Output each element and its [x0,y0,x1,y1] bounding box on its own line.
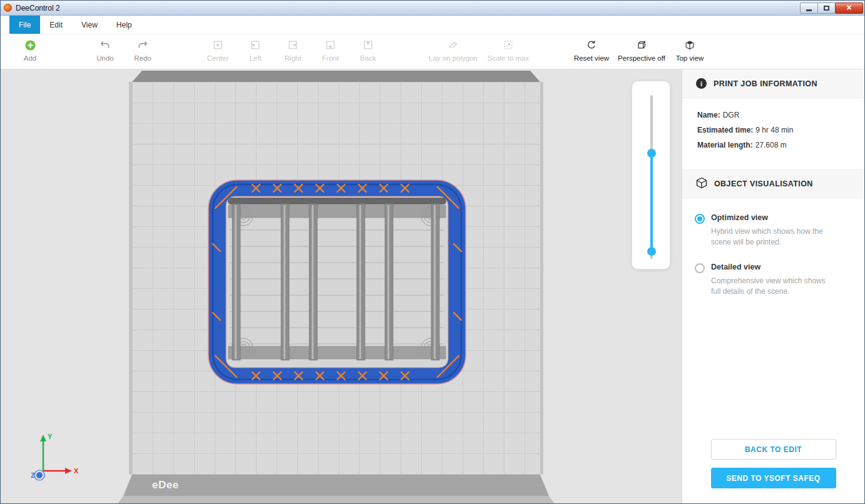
viewport-3d[interactable]: eDee [1,69,682,503]
slider-lower-handle[interactable] [647,247,656,256]
side-panel: i PRINT JOB INFORMATION Name:DGR Estimat… [682,69,864,503]
print-job-fields: Name:DGR Estimated time:9 hr 48 min Mate… [682,98,864,169]
print-bed-right-edge [540,82,543,475]
panel-buttons: BACK TO EDIT SEND TO YSOFT SAFEQ [682,439,864,503]
menu-edit[interactable]: Edit [40,16,72,34]
bed-brand-label: eDee [152,479,179,491]
toolbar-label: Top view [676,54,704,62]
app-icon [4,4,12,12]
toolbar-item-right: Right [274,39,312,62]
close-button[interactable]: × [835,3,863,14]
print-job-info-header: i PRINT JOB INFORMATION [682,69,864,98]
reset-view-icon [586,39,597,51]
toolbar: Add Undo Redo Center Left [1,34,864,69]
toolbar-item-redo[interactable]: Redo [124,39,161,62]
toolbar-item-scale-to-max: Scale to max [482,39,535,62]
object-visualisation-header: OBJECT VISUALISATION [682,169,864,198]
field-estimated-time: Estimated time:9 hr 48 min [697,126,849,134]
undo-arrow-icon [100,39,111,51]
field-value: 9 hr 48 min [755,126,793,134]
scale-to-max-icon [503,39,514,51]
toolbar-item-center: Center [199,39,237,62]
titlebar[interactable]: DeeControl 2 × [1,1,864,16]
toolbar-item-left: Left [237,39,274,62]
toolbar-item-top-view[interactable]: Top view [670,39,710,62]
toolbar-item-front: Front [312,39,349,62]
toolbar-label: Back [360,54,376,62]
field-label: Name: [697,111,720,119]
slider-selected-range [650,153,653,251]
redo-arrow-icon [137,39,148,51]
print-bed-front-bar: eDee [123,475,549,496]
back-to-edit-button[interactable]: BACK TO EDIT [711,439,836,460]
toolbar-label: Lay on polygon [429,54,478,62]
toolbar-item-reset-view[interactable]: Reset view [570,39,613,62]
axis-z-label: Z [31,471,35,479]
minimize-icon [806,9,812,11]
option-detailed-view[interactable]: Detailed view Comprehensive view which s… [695,263,852,297]
menu-help[interactable]: Help [107,16,141,34]
menu-view[interactable]: View [72,16,107,34]
option-label: Optimized view [711,213,836,222]
slider-upper-handle[interactable] [647,149,656,158]
cube-icon [696,177,707,191]
toolbar-label: Reset view [574,54,609,62]
window-controls: × [801,3,863,14]
app-window: DeeControl 2 × File Edit View Help Add U… [0,0,865,504]
toolbar-label: Right [285,54,302,62]
object-visualisation-title: OBJECT VISUALISATION [714,179,813,188]
option-label: Detailed view [711,263,836,271]
layer-range-slider[interactable] [632,81,670,270]
maximize-icon [824,6,829,11]
align-back-icon [362,39,374,51]
lay-on-polygon-icon [448,39,459,51]
axes-gizmo: Y X Z [31,431,81,486]
top-view-cube-icon [684,39,695,51]
align-front-icon [325,39,336,51]
toolbar-label: Scale to max [488,54,529,62]
print-bed-left-edge [129,82,132,475]
menu-file[interactable]: File [9,16,40,34]
toolbar-label: Left [249,54,261,62]
toolbar-item-lay-on-polygon: Lay on polygon [424,39,482,62]
toolbar-label: Center [207,54,229,62]
radio-detailed-view[interactable] [695,263,705,273]
toolbar-item-back: Back [349,39,387,62]
close-icon: × [846,3,851,12]
toolbar-item-perspective[interactable]: Perspective off [613,39,670,62]
info-icon: i [696,78,707,89]
field-name: Name:DGR [697,111,849,119]
print-object-model[interactable] [207,179,467,385]
align-right-icon [287,39,299,51]
maximize-button[interactable] [817,3,836,14]
print-bed-top-edge [132,71,540,82]
toolbar-label: Front [322,54,339,62]
perspective-cube-icon [636,39,647,51]
minimize-button[interactable] [800,3,818,14]
radio-optimized-view[interactable] [695,214,705,224]
option-optimized-view[interactable]: Optimized view Hybrid view which shows h… [695,213,852,248]
option-description: Comprehensive view which shows full deta… [711,276,836,297]
axis-x-label: X [74,467,79,475]
option-description: Hybrid view which shows how the scene wi… [711,226,836,248]
send-to-ysoft-safeq-button[interactable]: SEND TO YSOFT SAFEQ [711,468,836,488]
toolbar-label: Redo [134,54,151,62]
toolbar-item-undo[interactable]: Undo [86,39,124,62]
field-value: 27.608 m [755,141,787,149]
menubar: File Edit View Help [1,16,864,34]
toolbar-label: Add [24,54,36,62]
toolbar-label: Perspective off [618,54,665,62]
print-job-info-title: PRINT JOB INFORMATION [714,79,817,88]
axis-y-label: Y [48,433,53,440]
toolbar-label: Undo [96,54,114,62]
align-center-icon [212,39,223,51]
field-label: Material length: [697,141,753,149]
print-bed-front-skirt [117,496,555,503]
field-value: DGR [723,111,740,119]
window-title: DeeControl 2 [16,4,60,13]
add-plus-icon [24,39,36,51]
visualisation-options: Optimized view Hybrid view which shows h… [682,198,864,312]
field-label: Estimated time: [697,126,753,134]
align-left-icon [250,39,261,51]
toolbar-item-add[interactable]: Add [11,39,49,62]
